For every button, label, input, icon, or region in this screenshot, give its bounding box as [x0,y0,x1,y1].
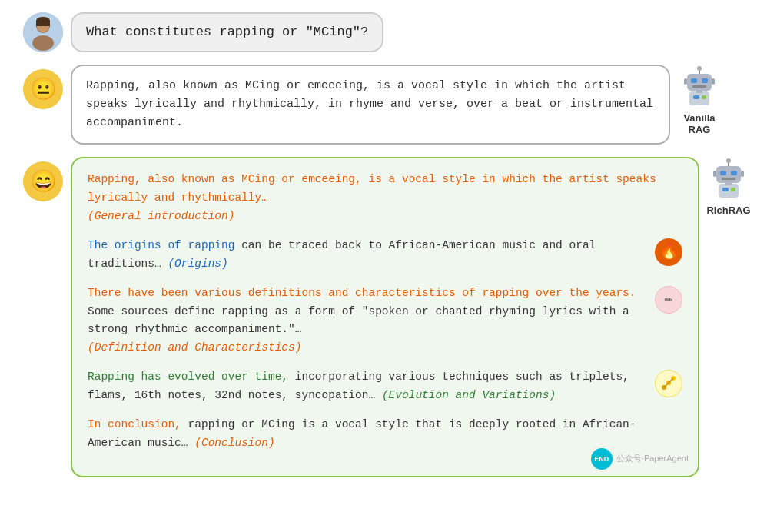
section-definition-text: There have been various definitions and … [88,284,647,358]
svg-line-21 [664,383,669,387]
end-badge: END [591,448,613,470]
svg-rect-14 [689,91,709,105]
svg-rect-34 [725,182,732,185]
conclusion-highlighted: In conclusion, [88,418,181,431]
definition-icon: ✏️ [655,286,682,314]
evolution-icon [655,370,682,397]
user-avatar [23,12,63,52]
richrag-row-inner: Rapping, also known as MCing or emceeing… [71,157,752,477]
user-question-text: What constitutes rapping or "MCing"? [86,25,368,39]
definition-highlighted: There have been various definitions and … [88,287,636,299]
svg-point-2 [32,35,54,51]
evolution-label: (Evolution and Variations) [382,389,556,401]
user-question-bubble: What constitutes rapping or "MCing"? [71,12,384,52]
section-evolution-text: Rapping has evolved over time, incorpora… [88,368,647,405]
svg-point-7 [697,66,702,71]
vanilla-row-inner: Rapping, also known as MCing or emceeing… [71,65,752,145]
svg-point-24 [726,158,731,163]
neutral-avatar: 😐 [23,69,63,109]
happy-avatar: 😄 [23,161,63,201]
section-intro-text: Rapping, also known as MCing or emceeing… [88,171,682,226]
section-conclusion-text: In conclusion, rapping or MCing is a voc… [88,416,682,453]
evolution-highlighted: Rapping has evolved over time, [88,371,288,383]
svg-rect-25 [716,166,741,183]
svg-rect-30 [741,171,744,177]
svg-rect-13 [712,78,715,85]
richrag-response-row: 😄 Rapping, also known as MCing or emceei… [15,157,752,477]
richrag-label: RichRAG [706,204,750,216]
vanilla-response-row: 😐 Rapping, also known as MCing or emceei… [15,65,752,145]
vanilla-bubble: Rapping, also known as MCing or emceeing… [71,65,670,145]
svg-line-22 [669,378,673,383]
watermark-text: 公众号·PaperAgent [616,454,689,463]
origins-highlighted: The origins of rapping [88,239,234,251]
conclusion-label: (Conclusion) [194,437,274,449]
origins-icon: 🔥 [655,238,682,266]
svg-rect-10 [702,78,708,83]
vanilla-rag-label: VanillaRAG [683,112,715,135]
vanilla-response-text: Rapping, also known as MCing or emceeing… [86,79,653,129]
svg-rect-27 [731,171,737,175]
svg-rect-16 [702,95,706,99]
section-conclusion: In conclusion, rapping or MCing is a voc… [88,416,682,453]
svg-rect-28 [722,178,735,180]
vanilla-rag-label-area: VanillaRAG [676,65,722,135]
intro-highlighted: Rapping, also known as MCing or emceeing… [88,173,656,204]
definition-label: (Definition and Characteristics) [88,341,301,354]
svg-rect-8 [687,74,712,91]
section-definition: There have been various definitions and … [88,284,682,358]
svg-rect-17 [696,90,702,93]
origins-label: (Origins) [168,258,227,270]
user-question-row: What constitutes rapping or "MCing"? [15,12,752,52]
section-origins-text: The origins of rapping can be traced bac… [88,237,647,274]
svg-rect-9 [691,78,697,83]
svg-rect-11 [692,85,706,88]
svg-rect-15 [693,95,699,99]
richrag-bubble: Rapping, also known as MCing or emceeing… [71,157,699,477]
svg-rect-12 [684,78,687,85]
svg-rect-29 [713,171,716,177]
svg-rect-26 [720,171,726,175]
section-origins: The origins of rapping can be traced bac… [88,237,682,274]
intro-label: (General introduction) [88,210,234,222]
watermark: END 公众号·PaperAgent [591,448,689,470]
svg-rect-5 [36,21,50,26]
richrag-label-area: RichRAG [706,157,752,216]
svg-rect-33 [731,188,735,191]
svg-rect-32 [722,188,729,191]
section-evolution: Rapping has evolved over time, incorpora… [88,368,682,405]
richrag-robot-icon [706,157,752,203]
vanilla-robot-icon [676,65,722,111]
definition-rest: Some sources define rapping as a form of… [88,305,629,336]
svg-rect-31 [719,184,739,198]
section-intro: Rapping, also known as MCing or emceeing… [88,171,682,226]
